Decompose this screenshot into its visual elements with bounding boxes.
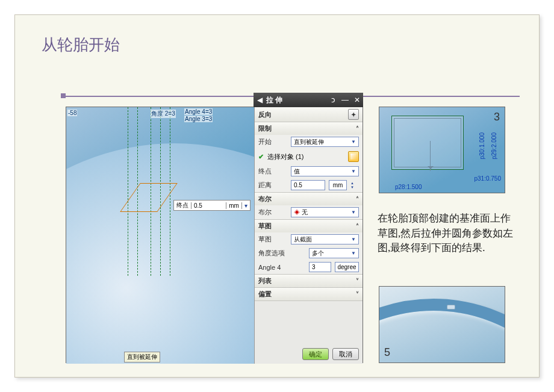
screenshot-5: 5 bbox=[379, 286, 505, 363]
angle-option-select[interactable]: 多个 ▼ bbox=[309, 248, 359, 258]
section-label: 限制 bbox=[258, 124, 272, 133]
angle4-input[interactable]: 3 bbox=[309, 262, 331, 272]
close-icon[interactable]: ✕ bbox=[351, 96, 363, 104]
spinner[interactable]: ▲▼ bbox=[350, 181, 359, 190]
distance-unit[interactable]: mm bbox=[329, 180, 347, 190]
mark-5: 5 bbox=[384, 346, 390, 359]
chevron-up-icon: ˄ bbox=[356, 223, 359, 229]
dim-unit: mm bbox=[226, 202, 241, 209]
caption-text: 在轮胎顶部创建的基准面上作草图,然后拉伸并圆角参数如左图,最终得到下面的结果. bbox=[378, 211, 515, 256]
section-label: 布尔 bbox=[258, 194, 272, 204]
label-left: -58 bbox=[67, 110, 77, 116]
section-label: 列表 bbox=[258, 276, 272, 285]
dim-p28: p28:1.500 bbox=[395, 184, 422, 190]
dropdown-icon: ▼ bbox=[351, 169, 356, 174]
screenshot-3: p30:1.000 p29:2.000 p31:0.750 p28:1.500 … bbox=[379, 107, 505, 193]
label: 距离 bbox=[258, 181, 287, 190]
extrude-panel: ◀ 拉 伸 ɔ — ✕ 反向 ✦ 限制 ˄ 开始 bbox=[254, 107, 363, 364]
section-limit[interactable]: 限制 ˄ bbox=[255, 122, 363, 135]
chevron-up-icon: ˄ bbox=[356, 196, 359, 202]
row-select-object[interactable]: ✔ 选择对象 (1) bbox=[255, 149, 363, 164]
dim-p30: p30:1.000 bbox=[478, 132, 485, 160]
construction-line bbox=[128, 107, 128, 276]
section-offset[interactable]: 偏置 ˅ bbox=[255, 288, 363, 300]
row-sketch: 草图 从截面 ▼ bbox=[255, 232, 363, 246]
extend-tag: 直到被延伸 bbox=[124, 352, 160, 362]
sketch-inner bbox=[394, 118, 461, 167]
section-label: 反向 bbox=[258, 110, 272, 119]
ok-button[interactable]: 确定 bbox=[302, 348, 329, 360]
label-angle4: Angle 4=3 bbox=[184, 108, 213, 115]
row-boolean: 布尔 ◈ 无 ▼ bbox=[255, 205, 363, 219]
label: 角度选项 bbox=[258, 249, 305, 258]
label: 布尔 bbox=[258, 208, 287, 217]
dim-p29: p29:2.000 bbox=[490, 132, 497, 160]
panel-buttons: 确定 取消 bbox=[302, 348, 359, 360]
section-list[interactable]: 列表 ˅ bbox=[255, 275, 363, 287]
dropdown-icon: ▼ bbox=[351, 250, 356, 256]
row-angle-option: 角度选项 多个 ▼ bbox=[255, 246, 363, 260]
angle4-unit[interactable]: degree bbox=[335, 262, 359, 272]
dropdown-icon: ▼ bbox=[351, 139, 356, 145]
dim-label: 终点 bbox=[174, 201, 191, 210]
label: 草图 bbox=[258, 235, 287, 244]
section-reverse[interactable]: 反向 ✦ bbox=[255, 107, 363, 122]
pin-icon[interactable]: ɔ bbox=[327, 96, 339, 104]
panel-title: 拉 伸 bbox=[266, 95, 327, 105]
sketch-arrow bbox=[430, 141, 437, 171]
screenshot-4: 4 -58 角度 2=3 Angle 4=3 Angle 3=3 终点 0.5 … bbox=[66, 107, 363, 363]
row-end: 终点 值 ▼ bbox=[255, 164, 363, 178]
dropdown-icon: ▼ bbox=[351, 210, 356, 215]
slide-title: 从轮胎开始 bbox=[42, 34, 120, 55]
chevron-down-icon: ˅ bbox=[356, 278, 359, 284]
select-value: 值 bbox=[294, 167, 300, 176]
section-sketch[interactable]: 草图 ˄ bbox=[255, 220, 363, 232]
row-distance: 距离 0.5 mm ▲▼ bbox=[255, 178, 363, 192]
dim-dropdown-icon[interactable]: ▾ bbox=[241, 202, 250, 209]
label-angle3: Angle 3=3 bbox=[184, 116, 213, 122]
dim-p31: p31:0.750 bbox=[475, 175, 502, 182]
select-value: 从截面 bbox=[294, 235, 312, 244]
label: 终点 bbox=[258, 167, 287, 176]
cancel-button[interactable]: 取消 bbox=[332, 348, 359, 360]
select-value: 多个 bbox=[312, 249, 324, 258]
label-angle2: 角度 2=3 bbox=[151, 110, 176, 118]
distance-input[interactable]: 0.5 bbox=[291, 180, 325, 190]
end-select[interactable]: 值 ▼ bbox=[291, 166, 359, 176]
tire-surface bbox=[66, 143, 255, 364]
dropdown-icon: ▼ bbox=[351, 237, 356, 242]
chevron-down-icon: ˅ bbox=[356, 291, 359, 297]
section-label: 草图 bbox=[258, 222, 272, 231]
slide: 从轮胎开始 4 -58 角度 2=3 Angle 4=3 Angle 3=3 终… bbox=[14, 14, 540, 378]
panel-titlebar[interactable]: ◀ 拉 伸 ɔ — ✕ bbox=[254, 93, 363, 107]
wand-icon[interactable]: ✦ bbox=[348, 109, 359, 120]
select-object-label: 选择对象 (1) bbox=[267, 152, 344, 161]
start-select[interactable]: 直到被延伸 ▼ bbox=[291, 137, 359, 147]
mark-3: 3 bbox=[494, 111, 500, 123]
dimension-input[interactable]: 终点 0.5 mm ▾ bbox=[173, 200, 251, 211]
check-icon: ✔ bbox=[258, 153, 264, 161]
row-start: 开始 直到被延伸 ▼ bbox=[255, 135, 363, 149]
cube-icon[interactable] bbox=[348, 151, 359, 162]
section-boolean[interactable]: 布尔 ˄ bbox=[255, 193, 363, 205]
label: Angle 4 bbox=[258, 264, 305, 271]
minimize-icon[interactable]: — bbox=[339, 96, 351, 104]
feature-bump bbox=[447, 305, 455, 310]
row-angle4: Angle 4 3 degree bbox=[255, 260, 363, 274]
section-label: 偏置 bbox=[258, 290, 272, 299]
prev-icon[interactable]: ◀ bbox=[254, 96, 266, 104]
boolean-select[interactable]: ◈ 无 ▼ bbox=[291, 207, 359, 217]
cad-viewport: -58 角度 2=3 Angle 4=3 Angle 3=3 终点 0.5 mm… bbox=[66, 107, 255, 364]
rule-tick bbox=[61, 93, 66, 98]
label: 开始 bbox=[258, 137, 287, 146]
input-value: 0.5 bbox=[294, 182, 302, 188]
dim-value[interactable]: 0.5 bbox=[191, 202, 226, 209]
select-value: 无 bbox=[302, 209, 308, 216]
chevron-up-icon: ˄ bbox=[356, 125, 359, 132]
select-value: 直到被延伸 bbox=[294, 138, 324, 146]
input-value: 3 bbox=[312, 264, 316, 270]
sketch-select[interactable]: 从截面 ▼ bbox=[291, 234, 359, 244]
tire-ring bbox=[379, 299, 505, 363]
